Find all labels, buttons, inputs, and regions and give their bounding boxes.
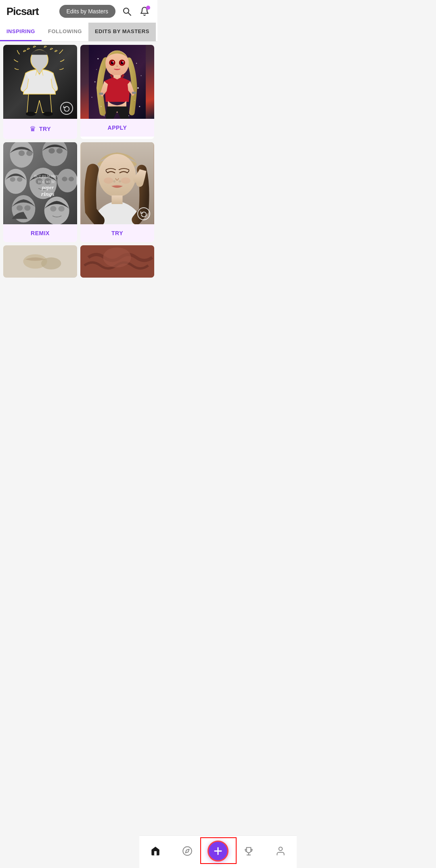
edits-by-masters-button[interactable]: Edits by Masters: [59, 5, 115, 18]
svg-point-64: [104, 177, 113, 183]
header-actions: Edits by Masters: [59, 5, 151, 18]
svg-text:paper: paper: [42, 185, 54, 190]
svg-point-7: [105, 51, 129, 76]
card-man-bw: ♛ TRY: [3, 45, 77, 139]
svg-point-14: [113, 61, 114, 62]
svg-point-24: [140, 75, 141, 76]
card-image-collage[interactable]: BUT TO MARRY YOU WITH paper rings: [3, 142, 77, 224]
svg-text:BUT TO MARRY: BUT TO MARRY: [34, 174, 59, 178]
svg-point-22: [139, 106, 140, 107]
svg-rect-30: [132, 92, 136, 94]
card-image-anime-girl[interactable]: [80, 45, 154, 119]
content-grid: ♛ TRY: [0, 42, 157, 281]
tab-edits-by-masters[interactable]: EDITS BY MASTERS: [88, 23, 156, 41]
svg-line-1: [128, 13, 131, 16]
apply-button-card2[interactable]: APPLY: [80, 119, 154, 137]
svg-point-25: [96, 69, 97, 70]
crown-icon: ♛: [29, 124, 36, 133]
try-button-card4[interactable]: TRY: [80, 224, 154, 242]
try-button-card1[interactable]: ♛ TRY: [3, 119, 77, 139]
tab-inspiring[interactable]: INSPIRING: [0, 23, 42, 41]
tabs-container: INSPIRING FOLLOWING EDITS BY MASTERS POP…: [0, 23, 157, 42]
svg-rect-63: [111, 196, 122, 204]
card-image-man-bw[interactable]: [3, 45, 77, 119]
card-partial-right[interactable]: [80, 245, 154, 278]
picsart-logo: Picsart: [6, 5, 39, 18]
card-collage: BUT TO MARRY YOU WITH paper rings REMIX: [3, 142, 77, 242]
header: Picsart Edits by Masters: [0, 0, 157, 23]
svg-point-20: [137, 87, 139, 89]
notification-dot: [146, 6, 150, 10]
svg-point-27: [104, 115, 105, 116]
svg-point-61: [113, 180, 115, 183]
notification-icon-button[interactable]: [138, 5, 151, 18]
svg-point-19: [94, 81, 96, 82]
svg-text:YOU WITH: YOU WITH: [38, 180, 55, 184]
search-icon-button[interactable]: [120, 5, 133, 18]
svg-point-5: [43, 112, 53, 116]
replay-icon-card1[interactable]: [60, 102, 73, 115]
svg-text:rings: rings: [41, 190, 55, 197]
svg-point-65: [121, 177, 130, 183]
card-partial-left[interactable]: [3, 245, 77, 278]
remix-button-card3[interactable]: REMIX: [3, 224, 77, 242]
svg-point-18: [136, 63, 137, 64]
svg-point-70: [103, 248, 131, 268]
svg-point-23: [91, 97, 92, 97]
svg-point-62: [119, 180, 121, 183]
svg-point-60: [99, 154, 136, 197]
card-image-woman-face[interactable]: [80, 142, 154, 224]
card-woman-face: TRY: [80, 142, 154, 242]
svg-rect-29: [99, 93, 103, 95]
svg-point-21: [101, 106, 101, 107]
svg-point-4: [26, 112, 36, 116]
card-anime-girl: APPLY: [80, 45, 154, 139]
svg-point-26: [134, 100, 135, 101]
svg-point-28: [128, 115, 129, 116]
svg-point-17: [97, 58, 99, 59]
tab-popular[interactable]: POPULAR: [156, 23, 157, 41]
svg-point-15: [122, 61, 124, 62]
tab-following[interactable]: FOLLOWING: [42, 23, 88, 41]
